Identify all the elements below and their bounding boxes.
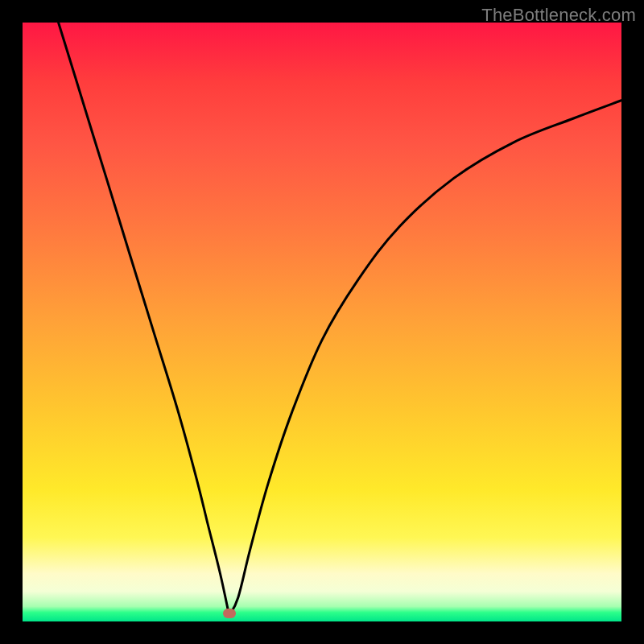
optimum-marker xyxy=(223,609,236,618)
plot-area xyxy=(23,23,621,621)
chart-frame: TheBottleneck.com xyxy=(0,0,644,644)
bottleneck-curve xyxy=(23,23,621,621)
watermark-text: TheBottleneck.com xyxy=(481,5,636,26)
curve-path xyxy=(59,23,621,616)
